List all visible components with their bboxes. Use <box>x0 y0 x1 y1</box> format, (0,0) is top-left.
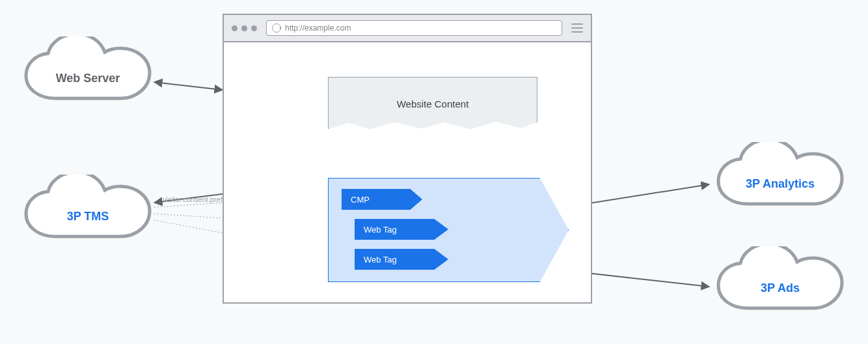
tag-label: Web Tag <box>364 225 397 235</box>
cloud-3p-ads: 3P Ads <box>712 246 848 324</box>
diagram-frame: Web Server 3P TMS 3P Analytics 3P Ads vi… <box>8 5 860 339</box>
dot-icon <box>232 25 237 31</box>
website-content-label: Website Content <box>397 98 469 109</box>
browser-window: http://example.com Website Content CMP W… <box>223 14 592 304</box>
cloud-label: Web Server <box>56 66 120 85</box>
tag-web-tag-2: Web Tag <box>355 249 448 270</box>
cloud-web-server: Web Server <box>20 36 156 115</box>
menu-icon[interactable] <box>571 23 583 33</box>
cloud-label: 3P Ads <box>761 276 800 295</box>
dot-icon <box>251 25 257 31</box>
tag-cmp: CMP <box>342 189 422 210</box>
reload-icon <box>272 23 281 33</box>
cloud-label: 3P TMS <box>67 205 109 223</box>
cloud-3p-tms: 3P TMS <box>20 175 156 253</box>
url-text: http://example.com <box>285 23 351 33</box>
window-controls <box>232 25 257 31</box>
website-content-box: Website Content <box>328 77 537 130</box>
tag-web-tag-1: Web Tag <box>355 219 448 240</box>
tag-label: Web Tag <box>364 255 397 265</box>
browser-toolbar: http://example.com <box>224 15 591 42</box>
tag-container: CMP Web Tag Web Tag <box>328 178 569 282</box>
dot-icon <box>241 25 247 31</box>
url-bar[interactable]: http://example.com <box>266 20 562 36</box>
cloud-3p-analytics: 3P Analytics <box>712 142 848 220</box>
tag-label: CMP <box>351 195 370 205</box>
cloud-label: 3P Analytics <box>746 172 815 191</box>
svg-line-0 <box>154 82 223 90</box>
